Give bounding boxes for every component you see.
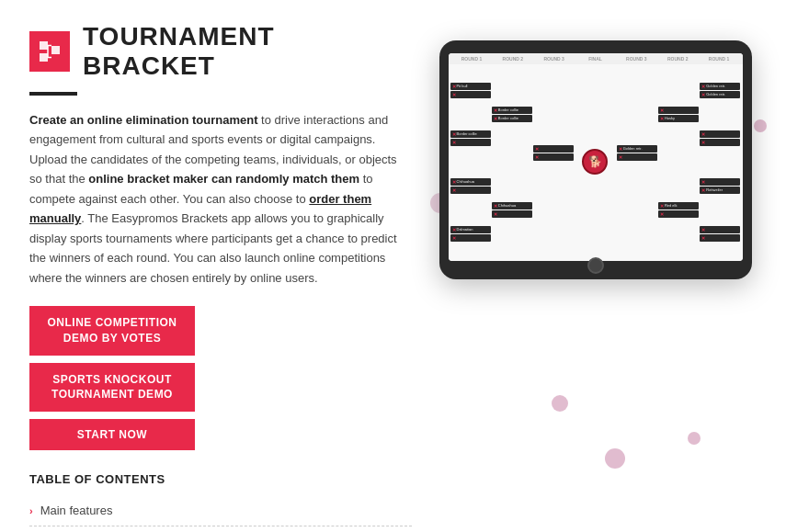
- bracket-match: ✕ Chihuahua ✕: [492, 202, 532, 218]
- bracket-match: ✕ Chihuahua ✕: [450, 178, 491, 194]
- bracket-match: ✕ ✕: [700, 226, 740, 242]
- chevron-icon: ›: [29, 505, 33, 516]
- round-label: Round 3: [534, 56, 574, 62]
- bracket-match: ✕ ✕: [700, 130, 740, 146]
- bracket-team: ✕ Border collie: [450, 130, 491, 138]
- desc-bold-1: Create an online elimination tournament: [29, 113, 257, 127]
- bracket-match: ✕ Red elk ✕: [658, 202, 699, 218]
- tablet-home-button: [587, 257, 604, 274]
- desc-text-3: . The Easypromos Brackets app allows you…: [29, 211, 397, 284]
- bracket-team: ✕: [658, 210, 699, 218]
- bracket-team: ✕: [533, 153, 574, 161]
- bracket-team: ✕ Golden retr.: [700, 91, 740, 98]
- bracket-team: ✕ Border collie: [492, 107, 532, 114]
- round-label: Round 2: [493, 56, 532, 62]
- bracket-icon: [38, 40, 62, 63]
- toc-title: TABLE OF CONTENTS: [29, 472, 412, 486]
- bracket-team: ✕: [450, 234, 491, 242]
- bracket-match: ✕ Pit bull ✕: [450, 83, 491, 98]
- bracket-match: ✕ ✕ Rottweiler: [700, 178, 740, 194]
- round-label: Round 3: [617, 56, 656, 62]
- toc-section: TABLE OF CONTENTS › Main features › Pric…: [29, 472, 412, 532]
- round-label: Round 1: [452, 56, 492, 62]
- btn-knockout[interactable]: SPORTS KNOCKOUTTOURNAMENT DEMO: [29, 363, 195, 413]
- round-label: Round 1: [700, 56, 739, 62]
- bracket-team: ✕: [700, 234, 740, 242]
- svg-rect-0: [40, 41, 48, 50]
- bracket-team: ✕ Border collie: [492, 115, 532, 122]
- bracket-team: ✕ Chihuahua: [492, 202, 532, 209]
- bracket-team: ✕: [450, 91, 491, 98]
- svg-rect-1: [40, 53, 48, 62]
- bracket-team: ✕ Pit bull: [450, 83, 491, 90]
- bracket-visualization: Round 1 Round 2 Round 3 Final Round 3 Ro…: [449, 53, 743, 261]
- description-text: Create an online elimination tournament …: [29, 110, 412, 288]
- bracket-match: ✕ Golden retr. ✕: [617, 145, 657, 161]
- tablet-screen: Round 1 Round 2 Round 3 Final Round 3 Ro…: [449, 53, 743, 261]
- bracket-team: ✕ Red elk: [658, 202, 699, 209]
- bracket-team: ✕ Dalmatian: [450, 226, 491, 233]
- bracket-team: ✕: [700, 139, 740, 146]
- bracket-match: ✕ Dalmatian ✕: [450, 226, 491, 242]
- bracket-match: ✕ Border collie ✕: [450, 130, 491, 146]
- bracket-team: ✕ Husky: [658, 115, 699, 122]
- toc-label: Main features: [40, 504, 113, 517]
- header-icon-box: [29, 31, 70, 72]
- btn-votes[interactable]: ONLINE COMPETITIONDEMO BY VOTES: [29, 306, 195, 356]
- bracket-match: ✕ Border collie ✕ Border collie: [492, 107, 532, 122]
- round-label: Round 2: [658, 56, 698, 62]
- bracket-team: ✕: [700, 226, 740, 233]
- bracket-team: ✕: [700, 178, 740, 186]
- bracket-team: ✕: [492, 210, 532, 218]
- bracket-team: ✕: [700, 130, 740, 138]
- bracket-team: ✕: [450, 139, 491, 146]
- title-underline: [29, 92, 77, 96]
- bracket-match: ✕ ✕: [533, 145, 574, 161]
- trophy-icon: 🐕: [582, 149, 608, 175]
- tablet-mockup: Round 1 Round 2 Round 3 Final Round 3 Ro…: [439, 40, 752, 279]
- bracket-header: Round 1 Round 2 Round 3 Final Round 3 Ro…: [449, 53, 743, 64]
- bracket-team: ✕ Rottweiler: [700, 187, 740, 194]
- page-header: TOURNAMENT BRACKET: [29, 22, 412, 81]
- bracket-match: ✕ Golden retr. ✕ Golden retr.: [700, 83, 740, 98]
- bracket-team: ✕: [450, 187, 491, 194]
- bracket-team: ✕ Chihuahua: [450, 178, 491, 186]
- bracket-team: ✕: [658, 107, 699, 114]
- btn-start[interactable]: START NOW: [29, 419, 195, 450]
- bracket-team: ✕ Golden retr.: [617, 145, 657, 153]
- desc-bold-2: online bracket maker can randomly match …: [88, 172, 359, 186]
- round-label: Final: [575, 56, 615, 62]
- bracket-team: ✕: [617, 153, 657, 161]
- toc-item-prices[interactable]: › Prices and limits: [29, 526, 412, 532]
- bracket-match: ✕ ✕ Husky: [658, 107, 699, 122]
- toc-item-main-features[interactable]: › Main features: [29, 495, 412, 526]
- button-group: ONLINE COMPETITIONDEMO BY VOTES SPORTS K…: [29, 306, 412, 450]
- page-title: TOURNAMENT BRACKET: [83, 22, 412, 81]
- bracket-team: ✕ Golden retr.: [700, 83, 740, 90]
- toc-list: › Main features › Prices and limits › Co…: [29, 495, 412, 532]
- svg-rect-2: [51, 46, 60, 54]
- bracket-team: ✕: [533, 145, 574, 153]
- tablet-frame: Round 1 Round 2 Round 3 Final Round 3 Ro…: [439, 40, 752, 279]
